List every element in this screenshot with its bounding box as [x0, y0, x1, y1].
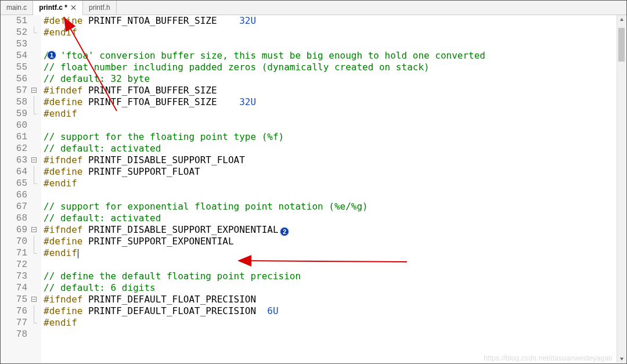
code-line: #endif	[44, 178, 626, 189]
fold-cell[interactable]	[31, 178, 41, 189]
line-number: 64	[1, 166, 27, 178]
fold-cell[interactable]	[31, 224, 41, 236]
code-line	[44, 259, 626, 271]
scroll-up-button[interactable]	[617, 15, 626, 24]
tab-printf-c[interactable]: printf.c *	[33, 1, 83, 15]
code-line: #define PRINTF_SUPPORT_FLOAT	[44, 166, 626, 178]
tab-label: main.c	[6, 1, 27, 15]
line-number: 54	[1, 50, 27, 62]
code-line	[44, 189, 626, 201]
code-line: #ifndef PRINTF_DISABLE_SUPPORT_EXPONENTI…	[44, 224, 626, 236]
code-line: #ifndef PRINTF_DEFAULT_FLOAT_PRECISION	[44, 294, 626, 305]
line-number: 61	[1, 131, 27, 143]
text-cursor	[78, 249, 78, 258]
tab-label: printf.c *	[39, 1, 67, 15]
scrollbar-thumb[interactable]	[618, 28, 625, 62]
line-number: 53	[1, 38, 27, 50]
fold-cell	[31, 282, 41, 294]
line-number: 56	[1, 73, 27, 85]
annotation-badge-1: 1	[47, 51, 56, 60]
code-area[interactable]: #define PRINTF_NTOA_BUFFER_SIZE 32U#endi…	[44, 15, 626, 363]
code-line: #ifndef PRINTF_FTOA_BUFFER_SIZE	[44, 85, 626, 96]
line-number: 74	[1, 282, 27, 294]
code-line: #endif	[44, 27, 626, 38]
fold-cell	[31, 212, 41, 224]
tab-main-c[interactable]: main.c	[1, 1, 33, 15]
line-number: 68	[1, 212, 27, 224]
vertical-scrollbar[interactable]	[617, 15, 626, 363]
fold-column[interactable]	[31, 15, 41, 363]
watermark: https://blog.csdn.net/dasuanweideyagao	[484, 354, 612, 362]
line-number: 52	[1, 27, 27, 38]
fold-cell	[31, 38, 41, 50]
line-number: 58	[1, 96, 27, 108]
code-line: #endif	[44, 247, 626, 259]
fold-cell	[31, 73, 41, 85]
code-line: // default: 6 digits	[44, 282, 626, 294]
svg-marker-1	[620, 358, 624, 361]
annotation-badge-2: 2	[280, 227, 289, 236]
code-line: // support for the floating point type (…	[44, 131, 626, 143]
line-number: 55	[1, 62, 27, 73]
fold-cell[interactable]	[31, 317, 41, 329]
scroll-down-button[interactable]	[617, 354, 626, 363]
code-line: // default: activated	[44, 212, 626, 224]
line-number: 67	[1, 201, 27, 212]
line-number: 60	[1, 120, 27, 131]
fold-cell	[31, 259, 41, 271]
code-line	[44, 329, 626, 340]
line-number: 71	[1, 247, 27, 259]
line-number: 78	[1, 329, 27, 340]
fold-cell[interactable]	[31, 108, 41, 120]
fold-cell[interactable]	[31, 247, 41, 259]
code-line: #define PRINTF_DEFAULT_FLOAT_PRECISION 6…	[44, 305, 626, 317]
fold-cell	[31, 143, 41, 154]
close-icon[interactable]	[71, 5, 77, 10]
line-number: 76	[1, 305, 27, 317]
fold-cell[interactable]	[31, 85, 41, 96]
fold-cell[interactable]	[31, 305, 41, 317]
line-number: 73	[1, 271, 27, 282]
line-number: 75	[1, 294, 27, 305]
line-number: 70	[1, 236, 27, 247]
fold-cell[interactable]	[31, 236, 41, 247]
line-number: 62	[1, 143, 27, 154]
fold-cell	[31, 131, 41, 143]
code-line: #ifndef PRINTF_DISABLE_SUPPORT_FLOAT	[44, 154, 626, 166]
fold-cell[interactable]	[31, 154, 41, 166]
fold-cell	[31, 15, 41, 27]
code-line: #endif	[44, 317, 626, 329]
code-line: // 'ftoa' conversion buffer size, this m…	[44, 50, 626, 62]
fold-cell	[31, 329, 41, 340]
code-line	[44, 38, 626, 50]
code-editor[interactable]: 5152535455565758596061626364656667686970…	[1, 15, 626, 363]
code-line: #define PRINTF_NTOA_BUFFER_SIZE 32U	[44, 15, 626, 27]
code-line: // support for exponential floating poin…	[44, 201, 626, 212]
line-number: 65	[1, 178, 27, 189]
fold-cell[interactable]	[31, 27, 41, 38]
svg-marker-0	[620, 18, 624, 21]
tab-bar: main.c printf.c * printf.h	[1, 1, 626, 15]
fold-cell[interactable]	[31, 166, 41, 178]
tab-label: printf.h	[89, 1, 110, 15]
fold-cell[interactable]	[31, 294, 41, 305]
fold-cell	[31, 189, 41, 201]
line-number: 57	[1, 85, 27, 96]
code-line: // default: 32 byte	[44, 73, 626, 85]
fold-cell	[31, 120, 41, 131]
fold-cell[interactable]	[31, 96, 41, 108]
code-line: #define PRINTF_FTOA_BUFFER_SIZE 32U	[44, 96, 626, 108]
fold-cell	[31, 62, 41, 73]
fold-cell	[31, 50, 41, 62]
code-line: // default: activated	[44, 143, 626, 154]
line-number-gutter: 5152535455565758596061626364656667686970…	[1, 15, 31, 363]
editor-window: main.c printf.c * printf.h 5152535455565…	[0, 0, 627, 364]
code-line: #define PRINTF_SUPPORT_EXPONENTIAL	[44, 236, 626, 247]
code-line: // define the default floating point pre…	[44, 271, 626, 282]
code-line	[44, 120, 626, 131]
fold-cell	[31, 271, 41, 282]
line-number: 69	[1, 224, 27, 236]
tab-printf-h[interactable]: printf.h	[83, 1, 117, 15]
line-number: 77	[1, 317, 27, 329]
code-line: // float number including padded zeros (…	[44, 62, 626, 73]
